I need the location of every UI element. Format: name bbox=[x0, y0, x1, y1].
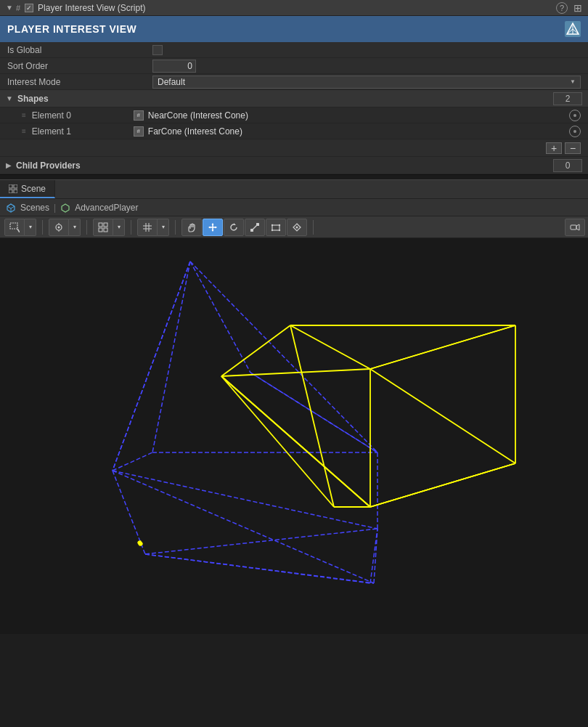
scene-toolbar: ▾ ▾ ▾ bbox=[0, 216, 588, 238]
drag-handle-1-icon[interactable]: ≡ bbox=[22, 127, 26, 135]
scenes-label[interactable]: Scenes bbox=[20, 203, 49, 213]
component-header-title: PLAYER INTEREST VIEW bbox=[7, 23, 136, 35]
element-1-target-icon[interactable] bbox=[569, 126, 581, 137]
svg-rect-6 bbox=[14, 184, 17, 188]
svg-marker-41 bbox=[576, 224, 579, 230]
scene-panel: Scene Scenes | AdvancedPlayer ▾ bbox=[0, 180, 588, 238]
element-0-label: Element 0 bbox=[32, 110, 134, 121]
element-1-row: ≡ Element 1 # FarCone (Interest Cone) bbox=[0, 123, 588, 139]
toolbar-sep-2 bbox=[86, 220, 87, 235]
move-tool-button[interactable] bbox=[203, 219, 223, 236]
svg-marker-10 bbox=[7, 204, 15, 208]
hand-tool-button[interactable] bbox=[181, 219, 202, 236]
shapes-collapse-icon: ▼ bbox=[6, 94, 13, 102]
collapse-arrow-icon[interactable]: ▼ bbox=[6, 4, 13, 12]
sort-order-input[interactable] bbox=[152, 60, 196, 73]
grid-button[interactable] bbox=[137, 219, 158, 236]
rotate-tool-button[interactable] bbox=[224, 219, 244, 236]
shapes-count: 2 bbox=[553, 92, 582, 105]
layout-icon[interactable]: ⊞ bbox=[573, 2, 582, 14]
snap-dropdown-arrow[interactable]: ▾ bbox=[113, 219, 125, 236]
transform-tools-group bbox=[181, 219, 307, 236]
scene-3d-wireframe bbox=[0, 238, 588, 634]
svg-point-38 bbox=[279, 229, 280, 230]
svg-line-58 bbox=[221, 369, 370, 376]
element-0-row: ≡ Element 0 # NearCone (Interest Cone) bbox=[0, 107, 588, 123]
element-1-script-icon: # bbox=[134, 126, 144, 137]
pivot-tool-dropdown: ▾ bbox=[49, 219, 81, 236]
list-controls: + − bbox=[0, 139, 588, 157]
svg-marker-12 bbox=[62, 204, 69, 212]
svg-marker-27 bbox=[212, 230, 214, 232]
child-providers-count: 0 bbox=[553, 159, 582, 172]
interest-mode-value: Default bbox=[158, 77, 185, 87]
element-1-text: FarCone (Interest Cone) bbox=[148, 126, 565, 137]
hash-icon: # bbox=[16, 4, 20, 12]
svg-line-66 bbox=[370, 369, 515, 463]
select-dropdown-arrow[interactable]: ▾ bbox=[25, 219, 36, 236]
element-0-target-icon[interactable] bbox=[569, 110, 581, 121]
component-header: PLAYER INTEREST VIEW bbox=[0, 16, 588, 42]
help-icon[interactable]: ? bbox=[556, 2, 568, 14]
grid-dropdown-arrow[interactable]: ▾ bbox=[158, 219, 169, 236]
is-global-row: Is Global bbox=[0, 42, 588, 58]
svg-rect-19 bbox=[104, 223, 107, 227]
component-enabled-checkbox[interactable]: ✓ bbox=[25, 4, 33, 12]
svg-line-73 bbox=[370, 325, 515, 369]
svg-point-15 bbox=[58, 226, 60, 228]
svg-rect-21 bbox=[104, 228, 107, 232]
toolbar-sep-1 bbox=[42, 220, 43, 235]
svg-marker-29 bbox=[216, 226, 218, 228]
svg-rect-20 bbox=[99, 228, 102, 232]
snap-button[interactable] bbox=[93, 219, 113, 236]
scene-tab-grid-icon bbox=[9, 184, 17, 193]
interest-mode-row: Interest Mode Default ▼ bbox=[0, 74, 588, 90]
sort-order-row: Sort Order bbox=[0, 58, 588, 74]
rect-select-button[interactable] bbox=[4, 219, 25, 236]
svg-rect-13 bbox=[10, 223, 17, 229]
is-global-checkbox[interactable] bbox=[152, 45, 163, 55]
select-tool-dropdown: ▾ bbox=[4, 219, 36, 236]
rect-tool-button[interactable] bbox=[266, 219, 286, 236]
child-providers-header[interactable]: ▶ Child Providers 0 bbox=[0, 157, 588, 174]
drag-handle-icon[interactable]: ≡ bbox=[22, 111, 26, 119]
snap-tool-dropdown: ▾ bbox=[93, 219, 125, 236]
title-bar-icons: ▼ # ✓ bbox=[6, 4, 33, 12]
target-dot-1 bbox=[573, 130, 576, 133]
scale-tool-button[interactable] bbox=[245, 219, 265, 236]
toolbar-sep-5 bbox=[313, 220, 314, 235]
svg-line-74 bbox=[370, 463, 515, 507]
scene-viewport[interactable] bbox=[0, 238, 588, 634]
dropdown-arrow-icon: ▼ bbox=[570, 78, 576, 85]
svg-rect-40 bbox=[571, 225, 576, 230]
svg-point-37 bbox=[271, 229, 273, 230]
breadcrumb-bar: Scenes | AdvancedPlayer bbox=[0, 199, 588, 216]
svg-point-36 bbox=[279, 224, 280, 225]
element-0-script-icon: # bbox=[134, 110, 144, 121]
element-1-label: Element 1 bbox=[32, 126, 134, 137]
svg-marker-30 bbox=[234, 223, 236, 225]
scene-tab[interactable]: Scene bbox=[0, 180, 55, 198]
interest-mode-label: Interest Mode bbox=[7, 77, 152, 87]
interest-mode-dropdown[interactable]: Default ▼ bbox=[152, 76, 581, 89]
pivot-dropdown-arrow[interactable]: ▾ bbox=[69, 219, 81, 236]
child-providers-collapse-icon: ▶ bbox=[6, 161, 12, 169]
shapes-section-header[interactable]: ▼ Shapes 2 bbox=[0, 90, 588, 107]
remove-element-button[interactable]: − bbox=[565, 142, 581, 154]
is-global-label: Is Global bbox=[7, 45, 152, 55]
add-element-button[interactable]: + bbox=[546, 142, 562, 154]
child-providers-label: Child Providers bbox=[16, 161, 553, 171]
grid-tool-dropdown: ▾ bbox=[137, 219, 169, 236]
scenes-icon bbox=[6, 203, 16, 213]
camera-gizmo-button[interactable] bbox=[565, 219, 585, 236]
shapes-label: Shapes bbox=[17, 94, 553, 104]
svg-marker-26 bbox=[212, 223, 214, 225]
svg-line-75 bbox=[145, 554, 370, 583]
svg-line-71 bbox=[221, 376, 370, 507]
toolbar-group-select: ▾ bbox=[4, 219, 36, 236]
toolbar-group-snap: ▾ bbox=[93, 219, 125, 236]
multi-tool-button[interactable] bbox=[287, 219, 307, 236]
pivot-button[interactable] bbox=[49, 219, 69, 236]
toolbar-sep-4 bbox=[175, 220, 176, 235]
advanced-player-label[interactable]: AdvancedPlayer bbox=[75, 203, 138, 213]
